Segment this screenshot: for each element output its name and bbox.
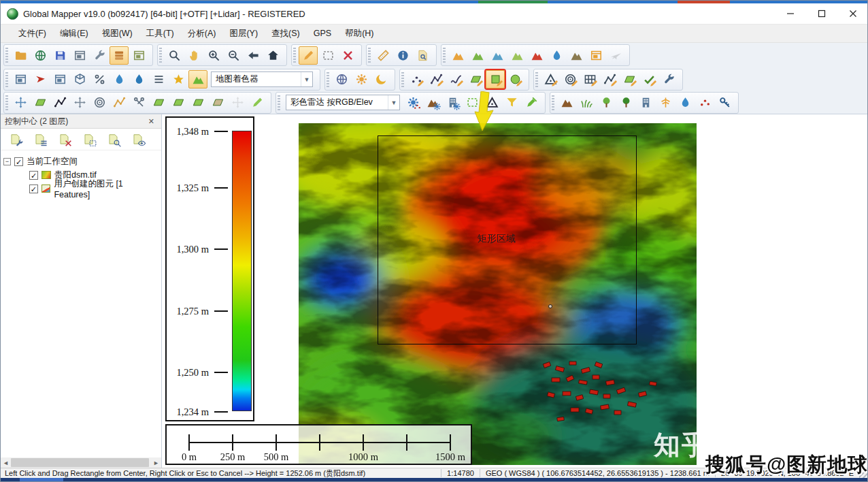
- classify-medium-vegetation-button[interactable]: [597, 93, 616, 112]
- menu-item-analysis[interactable]: 分析(A): [181, 25, 223, 42]
- lidar-draw-mode-combobox[interactable]: 彩色雷达 按RGB/Elev ▼: [286, 95, 400, 110]
- cut-feature-button[interactable]: [129, 93, 148, 112]
- measure-angle-button[interactable]: [541, 70, 560, 89]
- slope-display-button[interactable]: [90, 70, 109, 89]
- create-grid-button[interactable]: [580, 70, 599, 89]
- full-view-button[interactable]: [263, 46, 282, 65]
- map-shader-button[interactable]: [188, 70, 207, 89]
- edit-vertices-button[interactable]: [50, 93, 69, 112]
- menu-item-view[interactable]: 视图(W): [95, 25, 139, 42]
- lidar-ground-classify-settings-button[interactable]: [423, 93, 442, 112]
- create-line-button[interactable]: [427, 70, 446, 89]
- rotate-feature-button[interactable]: [90, 93, 109, 112]
- classify-building-button[interactable]: [636, 93, 655, 112]
- menu-item-layer[interactable]: 图层(Y): [222, 25, 265, 42]
- feature-info-button[interactable]: [393, 46, 412, 65]
- clear-selection-button[interactable]: [338, 46, 357, 65]
- configuration-button[interactable]: [90, 46, 109, 65]
- view-shed-analysis-button[interactable]: [527, 46, 546, 65]
- zoom-in-button[interactable]: [204, 46, 223, 65]
- lidar-feature-classify-settings-button[interactable]: [443, 93, 462, 112]
- dock-panel-button[interactable]: [50, 70, 69, 89]
- scroll-left-icon[interactable]: ◄: [1, 457, 11, 468]
- pan-tool-button[interactable]: [184, 46, 203, 65]
- attribute-editor-button[interactable]: [659, 70, 678, 89]
- dual-view-button[interactable]: [11, 70, 30, 89]
- layer-visibility-button[interactable]: [129, 131, 147, 148]
- zoom-box-tool-button[interactable]: [165, 46, 184, 65]
- day-night-display-button[interactable]: [371, 70, 390, 89]
- classify-high-vegetation-button[interactable]: [616, 93, 635, 112]
- panel-close-icon[interactable]: ✕: [146, 117, 157, 126]
- verify-feature-button[interactable]: [639, 70, 658, 89]
- move-feature-button[interactable]: [11, 93, 30, 112]
- tree-item-workspace[interactable]: −✓当前工作空间: [3, 155, 158, 168]
- shift-feature-button[interactable]: [70, 93, 89, 112]
- chevron-down-icon[interactable]: ▼: [388, 95, 399, 110]
- view-3d-button[interactable]: [70, 70, 89, 89]
- split-line-button[interactable]: [110, 93, 129, 112]
- create-rectangle-button[interactable]: [486, 70, 505, 89]
- menu-item-edit[interactable]: 编辑(E): [53, 25, 95, 42]
- map-layout-button[interactable]: [70, 46, 89, 65]
- terrain-lighting-button[interactable]: [586, 46, 605, 65]
- flatten-terrain-button[interactable]: [507, 46, 527, 65]
- lidar-settings-button[interactable]: [403, 93, 422, 112]
- layer-checkbox[interactable]: ✓: [14, 157, 23, 166]
- menu-item-search[interactable]: 查找(S): [265, 25, 307, 42]
- panel-horizontal-scrollbar[interactable]: ◄ ►: [1, 457, 161, 468]
- control-center-button[interactable]: [110, 46, 129, 65]
- search-vector-data-button[interactable]: [413, 46, 432, 65]
- classify-noise-button[interactable]: [695, 93, 714, 112]
- create-range-rings-button[interactable]: [561, 70, 580, 89]
- maximize-button[interactable]: [806, 3, 837, 25]
- create-area-button[interactable]: [466, 70, 485, 89]
- menu-item-help[interactable]: 帮助(H): [338, 25, 380, 42]
- select-features-button[interactable]: [318, 46, 337, 65]
- fly-path-button[interactable]: [31, 70, 50, 89]
- layer-metadata-button[interactable]: [31, 131, 49, 148]
- chevron-down-icon[interactable]: ▼: [301, 72, 312, 86]
- zoom-out-button[interactable]: [224, 46, 243, 65]
- classify-low-vegetation-button[interactable]: [577, 93, 596, 112]
- custom-shader-button[interactable]: [169, 70, 188, 89]
- save-workspace-button[interactable]: [50, 46, 69, 65]
- digitizer-tool-button[interactable]: [299, 46, 318, 65]
- watershed-flood-button[interactable]: [488, 46, 507, 65]
- menu-item-gps[interactable]: GPS: [307, 26, 338, 41]
- water-level-rise-alt-button[interactable]: [129, 70, 148, 89]
- classify-ground-button[interactable]: [557, 93, 576, 112]
- map-viewport[interactable]: 矩形区域 1,348 m1,325 m1,300 m1,275 m1,250 m…: [163, 114, 868, 468]
- classify-powerline-button[interactable]: [656, 93, 675, 112]
- lidar-filter-button[interactable]: [502, 93, 521, 112]
- lidar-extract-button[interactable]: [522, 93, 541, 112]
- scrollbar-thumb[interactable]: [11, 458, 149, 467]
- rotate-shape-button[interactable]: [169, 93, 188, 112]
- create-circle-button[interactable]: [505, 70, 524, 89]
- freehand-draw-button[interactable]: [248, 93, 267, 112]
- shader-options-button[interactable]: [352, 70, 371, 89]
- layer-zoom-to-button[interactable]: [80, 131, 98, 148]
- create-point-button[interactable]: [407, 70, 426, 89]
- contour-generation-button[interactable]: [468, 46, 487, 65]
- measure-tool-button[interactable]: [373, 46, 393, 65]
- layer-search-button[interactable]: [104, 131, 122, 148]
- scale-feature-button[interactable]: [31, 93, 50, 112]
- zoom-previous-button[interactable]: [244, 46, 263, 65]
- menu-item-tools[interactable]: 工具(T): [139, 25, 181, 42]
- terrain-compare-button[interactable]: [567, 46, 586, 65]
- reshape-feature-button[interactable]: [149, 93, 168, 112]
- create-trace-button[interactable]: [446, 70, 465, 89]
- close-button[interactable]: [837, 3, 868, 25]
- layer-options-button[interactable]: [6, 131, 24, 148]
- download-online-data-button[interactable]: [31, 46, 50, 65]
- copy-feature-button[interactable]: [188, 93, 207, 112]
- open-file-button[interactable]: [11, 46, 30, 65]
- expand-collapse-icon[interactable]: −: [3, 158, 11, 165]
- web-layers-button[interactable]: [332, 70, 351, 89]
- overlay-control-button[interactable]: [129, 46, 148, 65]
- duplicate-feature-button[interactable]: [208, 93, 227, 112]
- watershed-drop-button[interactable]: [547, 46, 566, 65]
- lidar-key-button[interactable]: [715, 93, 734, 112]
- menu-item-file[interactable]: 文件(F): [12, 25, 53, 42]
